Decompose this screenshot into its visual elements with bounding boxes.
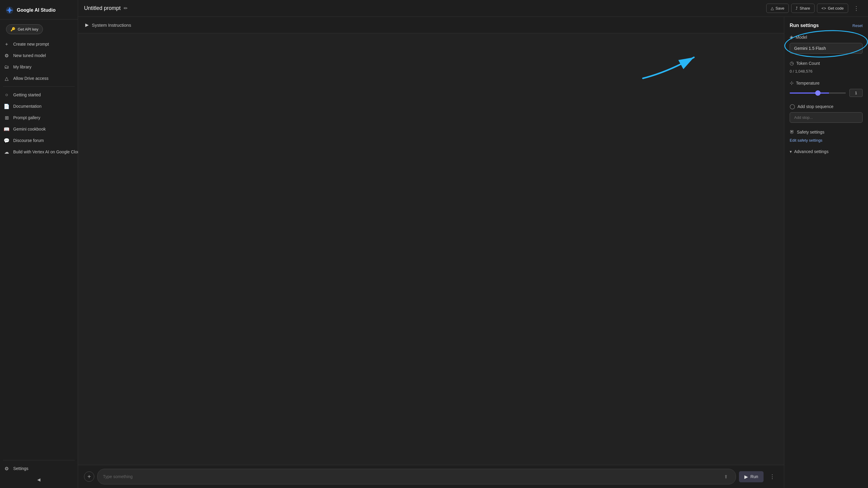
prompt-input[interactable]	[103, 474, 721, 479]
temperature-label: ⊹ Temperature	[790, 80, 863, 86]
safety-section: ⛨ Safety settings Edit safety settings	[790, 129, 863, 143]
model-selector-wrapper: Gemini 1.5 Flash Gemini 1.5 Pro Gemini 1…	[790, 43, 863, 54]
main-area: Untitled prompt ✏ △ Save ⤴ Share <> Get …	[78, 0, 868, 488]
system-instructions-bar[interactable]: ▶ System Instructions	[78, 17, 784, 33]
sidebar-bottom: ⚙ Settings ◀	[0, 458, 78, 488]
model-icon: ◈	[790, 34, 793, 40]
save-icon: △	[771, 6, 774, 10]
sidebar-item-prompt-gallery[interactable]: ⊞ Prompt gallery	[0, 112, 78, 123]
temperature-section: ⊹ Temperature 1	[790, 80, 863, 97]
sidebar-item-allow-drive[interactable]: △ Allow Drive access	[0, 73, 78, 84]
topbar-title-area: Untitled prompt ✏	[84, 5, 766, 11]
sidebar-item-gemini-cookbook[interactable]: 📖 Gemini cookbook	[0, 123, 78, 135]
topbar: Untitled prompt ✏ △ Save ⤴ Share <> Get …	[78, 0, 868, 17]
token-count-label: ◷ Token Count	[790, 60, 863, 66]
prompt-input-wrapper: ⬆	[97, 469, 736, 484]
forum-icon: 💬	[4, 138, 10, 144]
sidebar-mid-items: ○ Getting started 📄 Documentation ⊞ Prom…	[0, 89, 78, 158]
drive-icon: △	[4, 75, 10, 81]
edit-safety-settings-link[interactable]: Edit safety settings	[790, 138, 823, 143]
chevron-down-icon: ▾	[790, 149, 792, 154]
sidebar-divider-2	[3, 460, 75, 460]
chevron-right-icon: ▶	[85, 22, 89, 28]
sidebar-item-my-library[interactable]: 🗂 My library	[0, 61, 78, 73]
input-bar: + ⬆ ▶ Run ⋮	[78, 465, 784, 488]
app-logo: Google AI Studio	[0, 0, 78, 20]
stop-sequence-input[interactable]	[790, 112, 863, 123]
sidebar-top-items: ＋ Create new prompt ⚙ New tuned model 🗂 …	[0, 38, 78, 84]
cloud-icon: ☁	[4, 149, 10, 155]
get-code-button[interactable]: <> Get code	[817, 4, 848, 13]
model-select-display[interactable]: Gemini 1.5 Flash Gemini 1.5 Pro Gemini 1…	[790, 43, 863, 54]
annotation-arrow	[637, 48, 703, 87]
run-button[interactable]: ▶ Run	[739, 471, 764, 482]
sidebar-item-vertex-ai[interactable]: ☁ Build with Vertex AI on Google Cloud	[0, 146, 78, 158]
gallery-icon: ⊞	[4, 115, 10, 121]
run-icon: ▶	[744, 474, 748, 480]
settings-icon: ⚙	[4, 465, 10, 471]
more-options-button[interactable]: ⋮	[850, 3, 862, 14]
advanced-section: ▾ Advanced settings	[790, 149, 863, 154]
token-icon: ◷	[790, 60, 794, 66]
model-section: ◈ Model Gemini 1.5 Flash Gemini 1.5 Pro …	[790, 34, 863, 54]
plus-icon: ＋	[4, 41, 10, 47]
key-icon: 🔑	[10, 27, 15, 32]
run-settings-panel: Run settings Reset ◈ Model Gemini 1.5 Fl…	[784, 17, 868, 488]
getting-started-icon: ○	[4, 92, 10, 98]
api-key-section: 🔑 Get API key	[0, 20, 78, 38]
cookbook-icon: 📖	[4, 126, 10, 132]
docs-icon: 📄	[4, 103, 10, 109]
library-icon: 🗂	[4, 64, 10, 70]
model-label: ◈ Model	[790, 34, 863, 40]
model-select[interactable]: Gemini 1.5 Flash Gemini 1.5 Pro Gemini 1…	[794, 46, 858, 51]
temperature-value: 1	[849, 89, 863, 97]
sidebar-item-documentation[interactable]: 📄 Documentation	[0, 100, 78, 112]
add-content-button[interactable]: +	[84, 471, 94, 482]
sidebar-item-settings[interactable]: ⚙ Settings	[0, 463, 78, 474]
run-settings-header: Run settings Reset	[790, 23, 863, 28]
share-icon: ⤴	[796, 6, 798, 10]
sidebar: Google AI Studio 🔑 Get API key ＋ Create …	[0, 0, 78, 488]
tune-icon: ⚙	[4, 53, 10, 59]
sidebar-divider-1	[3, 86, 75, 87]
sidebar-item-getting-started[interactable]: ○ Getting started	[0, 89, 78, 100]
edit-title-button[interactable]: ✏	[124, 5, 128, 11]
sidebar-item-discourse-forum[interactable]: 💬 Discourse forum	[0, 135, 78, 146]
run-settings-title: Run settings	[790, 23, 819, 28]
content-area: ▶ System Instructions +	[78, 17, 868, 488]
reset-button[interactable]: Reset	[852, 23, 863, 28]
get-api-key-button[interactable]: 🔑 Get API key	[6, 24, 43, 34]
share-button[interactable]: ⤴ Share	[791, 4, 814, 13]
submit-input-button[interactable]: ⬆	[721, 472, 730, 481]
stop-sequence-label: ◯ Add stop sequence	[790, 103, 863, 109]
code-icon: <>	[822, 6, 826, 10]
stop-icon: ◯	[790, 103, 795, 109]
topbar-actions: △ Save ⤴ Share <> Get code ⋮	[766, 3, 862, 14]
shield-icon: ⛨	[790, 129, 795, 135]
sidebar-item-new-tuned-model[interactable]: ⚙ New tuned model	[0, 50, 78, 61]
temperature-slider[interactable]	[790, 92, 846, 94]
advanced-settings-toggle[interactable]: ▾ Advanced settings	[790, 149, 863, 154]
prompt-title: Untitled prompt	[84, 5, 121, 11]
thermometer-icon: ⊹	[790, 80, 794, 86]
chat-area	[78, 33, 784, 465]
token-count-section: ◷ Token Count 0 / 1,048,576	[790, 60, 863, 73]
collapse-left-icon: ◀	[37, 477, 40, 482]
sidebar-item-create-prompt[interactable]: ＋ Create new prompt	[0, 38, 78, 50]
temperature-slider-row: 1	[790, 89, 863, 97]
editor-area: ▶ System Instructions +	[78, 17, 784, 488]
token-count-value: 0 / 1,048,576	[790, 69, 863, 73]
safety-label: ⛨ Safety settings	[790, 129, 863, 135]
stop-sequence-section: ◯ Add stop sequence	[790, 103, 863, 123]
run-more-options-button[interactable]: ⋮	[767, 471, 778, 482]
sidebar-collapse-button[interactable]: ◀	[0, 474, 78, 485]
save-button[interactable]: △ Save	[766, 4, 789, 13]
